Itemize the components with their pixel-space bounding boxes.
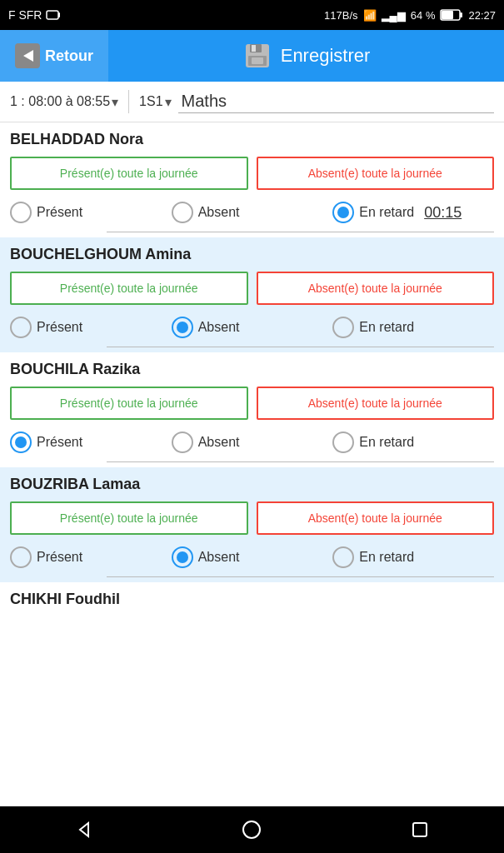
back-arrow-icon [15, 43, 40, 68]
period-selector[interactable]: 1 : 08:00 à 08:55 ▾ [10, 94, 118, 110]
radio-outer-2-0[interactable] [10, 431, 32, 453]
btn-row-2: Présent(e) toute la journéeAbsent(e) tou… [10, 387, 494, 420]
btn-present-all-3[interactable]: Présent(e) toute la journée [10, 501, 248, 535]
radio-group-3-1[interactable]: Absent [172, 546, 333, 568]
radio-label-1-2: En retard [359, 320, 414, 335]
status-left: F SFR [8, 7, 60, 22]
radio-row-2: PrésentAbsentEn retard [10, 428, 494, 456]
action-bar-title: Enregistrer [108, 41, 504, 71]
radio-label-0-1: Absent [198, 205, 240, 220]
radio-inner-2-0 [15, 436, 27, 448]
radio-group-1-1[interactable]: Absent [172, 317, 333, 338]
period-divider [128, 90, 129, 113]
radio-outer-1-2[interactable] [332, 317, 354, 338]
nav-recent-icon [411, 821, 429, 839]
radio-label-0-0: Présent [37, 205, 82, 220]
radio-outer-0-2[interactable] [332, 202, 354, 223]
radio-group-2-2[interactable]: En retard [332, 431, 494, 453]
btn-present-all-0[interactable]: Présent(e) toute la journée [10, 157, 248, 190]
svg-rect-0 [47, 11, 58, 19]
nav-back-button[interactable] [67, 813, 101, 846]
student-divider-0 [107, 232, 494, 232]
radio-group-2-0[interactable]: Présent [10, 431, 172, 453]
radio-row-3: PrésentAbsentEn retard [10, 543, 494, 571]
radio-outer-0-1[interactable] [172, 202, 193, 223]
radio-label-2-1: Absent [198, 435, 240, 450]
svg-rect-13 [413, 823, 427, 836]
class-label: 1S1 [139, 94, 162, 109]
student-name-0: BELHADDAD Nora [10, 131, 494, 148]
radio-row-1: PrésentAbsentEn retard [10, 313, 494, 342]
student-divider-3 [107, 576, 494, 577]
btn-row-3: Présent(e) toute la journéeAbsent(e) tou… [10, 501, 494, 535]
status-right: 117B/s 📶 ▂▄▆ 64 % 22:27 [324, 9, 496, 22]
radio-label-3-2: En retard [359, 550, 414, 565]
class-selector[interactable]: 1S1 ▾ [139, 94, 171, 110]
nav-home-icon [242, 820, 262, 840]
svg-marker-5 [23, 50, 33, 62]
class-dropdown-arrow: ▾ [165, 94, 172, 110]
svg-rect-8 [252, 45, 256, 52]
svg-rect-1 [58, 12, 60, 17]
nav-recent-button[interactable] [403, 813, 437, 846]
btn-present-all-1[interactable]: Présent(e) toute la journée [10, 272, 248, 305]
btn-absent-all-3[interactable]: Absent(e) toute la journée [257, 501, 495, 535]
svg-marker-11 [80, 823, 88, 836]
radio-outer-1-1[interactable] [172, 317, 193, 338]
period-label: 1 : 08:00 à 08:55 [10, 94, 110, 109]
battery-label: 64 % [411, 9, 436, 22]
student-block-3: BOUZRIBA LamaaPrésent(e) toute la journé… [0, 467, 504, 582]
radio-group-1-2[interactable]: En retard [332, 317, 494, 338]
students-container: BELHADDAD NoraPrésent(e) toute la journé… [0, 122, 504, 582]
student-divider-1 [107, 347, 494, 347]
student-name-3: BOUZRIBA Lamaa [10, 476, 494, 493]
carrier-label: F SFR [8, 8, 42, 22]
radio-group-0-0[interactable]: Présent [10, 202, 172, 223]
radio-outer-0-0[interactable] [10, 202, 32, 223]
speed-label: 117B/s [324, 9, 357, 22]
radio-group-0-2[interactable]: En retard00:15 [332, 202, 494, 223]
radio-row-0: PrésentAbsentEn retard00:15 [10, 198, 494, 227]
signal-icon: ▂▄▆ [382, 9, 406, 22]
svg-rect-3 [460, 12, 462, 17]
radio-label-2-0: Présent [37, 435, 82, 450]
save-label: Enregistrer [281, 45, 371, 67]
radio-outer-2-2[interactable] [332, 431, 354, 453]
radio-outer-3-0[interactable] [10, 546, 32, 568]
student-divider-2 [107, 461, 494, 462]
btn-absent-all-0[interactable]: Absent(e) toute la journée [257, 157, 495, 190]
btn-present-all-2[interactable]: Présent(e) toute la journée [10, 387, 248, 420]
radio-outer-3-1[interactable] [172, 546, 193, 568]
student-name-1: BOUCHELGHOUM Amina [10, 246, 494, 263]
subject-input[interactable] [178, 90, 494, 113]
btn-row-0: Présent(e) toute la journéeAbsent(e) tou… [10, 157, 494, 190]
radio-outer-1-0[interactable] [10, 317, 32, 338]
radio-label-2-2: En retard [359, 435, 414, 450]
last-student-name: CHIKHI Foudhil [10, 591, 494, 608]
radio-outer-3-2[interactable] [332, 546, 354, 568]
radio-group-0-1[interactable]: Absent [172, 202, 333, 223]
battery-icon [440, 9, 463, 21]
lateness-time-0[interactable]: 00:15 [424, 204, 462, 222]
radio-inner-3-1 [177, 551, 188, 563]
nav-bar [0, 806, 504, 853]
radio-group-3-2[interactable]: En retard [332, 546, 494, 568]
action-bar: Retour Enregistrer [0, 30, 504, 82]
radio-outer-2-1[interactable] [172, 431, 193, 453]
svg-rect-4 [442, 11, 453, 19]
btn-row-1: Présent(e) toute la journéeAbsent(e) tou… [10, 272, 494, 305]
wifi-icon: 📶 [363, 9, 377, 22]
radio-label-1-0: Présent [37, 320, 82, 335]
btn-absent-all-1[interactable]: Absent(e) toute la journée [257, 272, 495, 305]
period-row: 1 : 08:00 à 08:55 ▾ 1S1 ▾ [0, 82, 504, 122]
radio-inner-0-2 [337, 207, 349, 218]
svg-rect-10 [252, 57, 263, 64]
radio-group-2-1[interactable]: Absent [172, 431, 333, 453]
back-button[interactable]: Retour [0, 30, 108, 82]
radio-group-1-0[interactable]: Présent [10, 317, 172, 338]
svg-point-12 [243, 821, 260, 838]
btn-absent-all-2[interactable]: Absent(e) toute la journée [257, 387, 495, 420]
nav-home-button[interactable] [235, 813, 268, 846]
radio-group-3-0[interactable]: Présent [10, 546, 172, 568]
save-icon [242, 41, 272, 71]
